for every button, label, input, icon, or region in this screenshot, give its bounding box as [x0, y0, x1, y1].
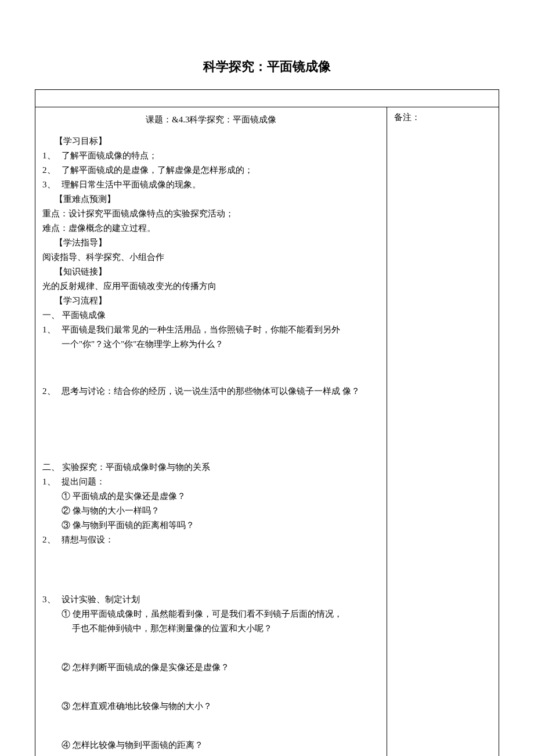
- question-item: 1、 平面镜是我们最常见的一种生活用品，当你照镜子时，你能不能看到另外: [42, 324, 380, 335]
- notes-label: 备注：: [394, 113, 420, 122]
- sub-question: ③ 像与物到平面镜的距离相等吗？: [62, 520, 380, 531]
- item-text: 思考与讨论：结合你的经历，说一说生活中的那些物体可以像镜子一样成 像？: [62, 386, 380, 397]
- sub-question: ① 平面镜成的是实像还是虚像？: [62, 491, 380, 502]
- sub-question: ② 怎样判断平面镜成的像是实像还是虚像？: [62, 662, 380, 673]
- link-text: 光的反射规律、应用平面镜改变光的传播方向: [42, 281, 380, 292]
- top-spacer: [35, 90, 499, 107]
- item-text: 猜想与假设：: [62, 534, 380, 545]
- lesson-header: 课题：&4.3科学探究：平面镜成像: [42, 112, 380, 132]
- item-text: 了解平面镜成像的特点；: [62, 150, 380, 161]
- method-text: 阅读指导、科学探究、小组合作: [42, 252, 380, 263]
- item-number: 3、: [42, 179, 62, 190]
- goals-heading: 【学习目标】: [42, 136, 380, 147]
- answer-space: [42, 677, 380, 697]
- item-number: 2、: [42, 534, 62, 545]
- item-text: 了解平面镜成的是虚像，了解虚像是怎样形成的；: [62, 165, 380, 176]
- keypoint-item: 重点：设计探究平面镜成像特点的实验探究活动；: [42, 208, 380, 219]
- goal-item: 1、 了解平面镜成像的特点；: [42, 150, 380, 161]
- part2-title: 二、 实验探究：平面镜成像时像与物的关系: [42, 462, 380, 473]
- item-text: 提出问题：: [62, 476, 380, 487]
- sub-question: ② 像与物的大小一样吗？: [62, 505, 380, 516]
- answer-space: [42, 400, 380, 429]
- notes-cell: 备注：: [387, 107, 499, 756]
- item-number: 1、: [42, 324, 62, 335]
- item-number: 1、: [42, 150, 62, 161]
- step-item: 2、 猜想与假设：: [42, 534, 380, 545]
- item-text-cont: 一个"你"？这个"你"在物理学上称为什么？: [62, 339, 380, 350]
- item-number: 3、: [42, 594, 62, 605]
- sub-question: ④ 怎样比较像与物到平面镜的距离？: [62, 740, 380, 751]
- answer-space: [42, 429, 380, 458]
- item-text: 设计实验、制定计划: [62, 594, 380, 605]
- answer-space: [42, 353, 380, 382]
- answer-space: [42, 578, 380, 591]
- document-frame: 课题：&4.3科学探究：平面镜成像 【学习目标】 1、 了解平面镜成像的特点； …: [35, 89, 499, 756]
- keypoints-heading: 【重难点预测】: [42, 194, 380, 205]
- content-row: 课题：&4.3科学探究：平面镜成像 【学习目标】 1、 了解平面镜成像的特点； …: [35, 107, 499, 756]
- item-number: 2、: [42, 165, 62, 176]
- sub-question: ① 使用平面镜成像时，虽然能看到像，可是我们看不到镜子后面的情况，: [62, 609, 380, 620]
- step-item: 1、 提出问题：: [42, 476, 380, 487]
- flow-heading: 【学习流程】: [42, 295, 380, 306]
- item-number: 2、: [42, 386, 62, 397]
- item-text: 平面镜是我们最常见的一种生活用品，当你照镜子时，你能不能看到另外: [62, 324, 380, 335]
- keypoint-item: 难点：虚像概念的建立过程。: [42, 223, 380, 234]
- link-heading: 【知识链接】: [42, 266, 380, 277]
- answer-space: [42, 638, 380, 659]
- goal-item: 2、 了解平面镜成的是虚像，了解虚像是怎样形成的；: [42, 165, 380, 176]
- part1-title: 一、 平面镜成像: [42, 310, 380, 321]
- step-item: 3、 设计实验、制定计划: [42, 594, 380, 605]
- sub-question-cont: 手也不能伸到镜中，那怎样测量像的位置和大小呢？: [72, 623, 380, 634]
- answer-space: [42, 549, 380, 578]
- method-heading: 【学法指导】: [42, 237, 380, 248]
- sub-question: ③ 怎样直观准确地比较像与物的大小？: [62, 701, 380, 712]
- question-item: 2、 思考与讨论：结合你的经历，说一说生活中的那些物体可以像镜子一样成 像？: [42, 386, 380, 397]
- item-text: 理解日常生活中平面镜成像的现象。: [62, 179, 380, 190]
- goal-item: 3、 理解日常生活中平面镜成像的现象。: [42, 179, 380, 190]
- main-content-cell: 课题：&4.3科学探究：平面镜成像 【学习目标】 1、 了解平面镜成像的特点； …: [35, 107, 387, 756]
- item-number: 1、: [42, 476, 62, 487]
- answer-space: [42, 715, 380, 736]
- page-title: 科学探究：平面镜成像: [35, 58, 499, 75]
